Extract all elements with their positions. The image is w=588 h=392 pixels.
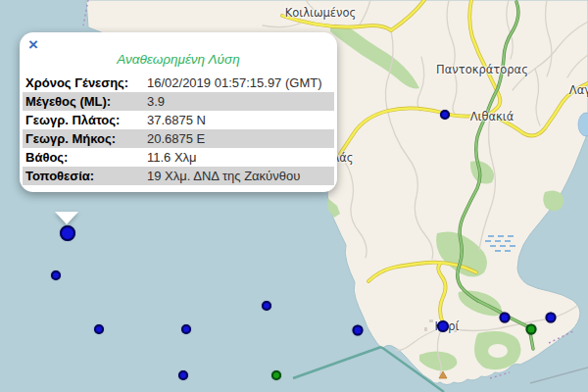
popup-row: Γεωγρ. Μήκος:20.6875 E bbox=[23, 129, 334, 148]
selected-earthquake-marker[interactable] bbox=[60, 225, 75, 241]
close-icon[interactable]: × bbox=[28, 35, 38, 55]
popup-row-label: Γεωγρ. Μήκος: bbox=[23, 129, 144, 148]
earthquake-marker[interactable] bbox=[440, 110, 450, 120]
earthquake-details-table: Χρόνος Γένεσης:16/02/2019 01:57:15.97 (G… bbox=[23, 74, 334, 185]
popup-row-value: 20.6875 E bbox=[144, 129, 334, 148]
earthquake-popup: × Αναθεωρημένη Λύση Χρόνος Γένεσης:16/02… bbox=[20, 32, 337, 192]
earthquake-marker[interactable] bbox=[271, 370, 281, 380]
popup-row: Γεωγρ. Πλάτος:37.6875 N bbox=[23, 111, 334, 129]
earthquake-marker[interactable] bbox=[500, 313, 511, 323]
earthquake-marker[interactable] bbox=[546, 313, 557, 323]
popup-row: Χρόνος Γένεσης:16/02/2019 01:57:15.97 (G… bbox=[23, 74, 334, 92]
popup-row: Τοποθεσία:19 Χλμ. ΔΝΔ της Ζακύνθου bbox=[23, 167, 334, 185]
popup-row-value: 16/02/2019 01:57:15.97 (GMT) bbox=[144, 74, 334, 92]
earthquake-marker[interactable] bbox=[437, 320, 449, 332]
popup-row-label: Τοποθεσία: bbox=[23, 167, 144, 185]
popup-row: Μέγεθος (ML):3.9 bbox=[23, 92, 334, 111]
earthquake-marker[interactable] bbox=[353, 325, 364, 336]
popup-row-value: 3.9 bbox=[144, 92, 334, 111]
popup-row: Βάθος:11.6 Χλμ bbox=[23, 148, 334, 167]
popup-tail-pointer bbox=[55, 212, 78, 224]
popup-row-value: 11.6 Χλμ bbox=[144, 148, 334, 167]
place-label: Λιθακιά bbox=[470, 110, 514, 123]
popup-row-value: 37.6875 N bbox=[144, 111, 334, 129]
earthquake-marker[interactable] bbox=[181, 324, 191, 334]
earthquake-marker[interactable] bbox=[178, 370, 188, 380]
popup-row-label: Γεωγρ. Πλάτος: bbox=[23, 111, 144, 129]
popup-table-body: Χρόνος Γένεσης:16/02/2019 01:57:15.97 (G… bbox=[23, 74, 334, 185]
map-canvas[interactable]: ΚοιλιωμένοςΠαντοκράτοραςΛιθακιάΛαγιλάςΚε… bbox=[0, 0, 588, 392]
place-label: Λαγ bbox=[569, 83, 588, 97]
popup-row-label: Βάθος: bbox=[23, 148, 144, 167]
earthquake-marker[interactable] bbox=[262, 301, 271, 311]
earthquake-marker[interactable] bbox=[94, 324, 104, 334]
popup-row-label: Χρόνος Γένεσης: bbox=[23, 74, 144, 92]
place-label: Παντοκράτορας bbox=[436, 63, 528, 76]
popup-row-label: Μέγεθος (ML): bbox=[23, 92, 144, 111]
place-label: Κοιλιωμένος bbox=[285, 6, 357, 20]
popup-title: Αναθεωρημένη Λύση bbox=[23, 52, 334, 67]
earthquake-marker[interactable] bbox=[51, 270, 61, 280]
earthquake-marker[interactable] bbox=[526, 324, 537, 335]
popup-row-value: 19 Χλμ. ΔΝΔ της Ζακύνθου bbox=[144, 167, 334, 185]
